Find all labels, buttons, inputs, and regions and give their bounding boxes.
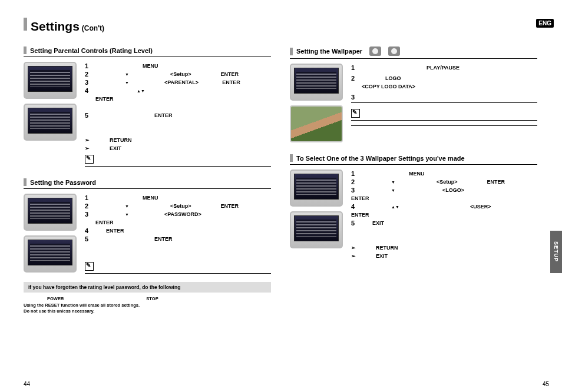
left-column: Setting Parental Controls (Rating Level)… [24, 44, 271, 315]
warning-box: If you have forgotten the rating level p… [24, 282, 271, 293]
note-icon [351, 109, 360, 118]
arrow-right-icon [85, 137, 92, 143]
tv-screenshot [290, 64, 343, 101]
tv-photo [290, 105, 343, 142]
arrow-right-icon [351, 253, 358, 259]
down-arrow-icon [391, 179, 395, 185]
down-arrow-icon [125, 211, 129, 217]
tv-screenshot [290, 170, 343, 207]
down-arrow-icon [125, 203, 129, 209]
up-arrow-icon [137, 88, 141, 94]
page: ENG SETUP Settings (Con't) Setting Paren… [0, 0, 562, 392]
page-number-left: 44 [24, 381, 30, 387]
disc-icon [388, 46, 400, 56]
page-number-right: 45 [543, 381, 549, 387]
down-arrow-icon [125, 71, 129, 77]
note-icon [85, 262, 94, 271]
arrow-right-icon [351, 245, 358, 251]
page-title: Settings (Con't) [24, 18, 548, 34]
side-tab-setup: SETUP [550, 231, 562, 273]
arrow-right-icon [85, 145, 92, 151]
down-arrow-icon [395, 204, 399, 210]
section-title-wallpaper: Setting the Wallpaper [296, 48, 362, 55]
tv-screenshot [24, 62, 77, 99]
down-arrow-icon [125, 79, 129, 85]
note-icon [85, 155, 94, 164]
tv-screenshot [24, 104, 77, 141]
tv-screenshot [24, 194, 77, 231]
down-arrow-icon [141, 88, 145, 94]
language-badge: ENG [536, 19, 554, 28]
up-arrow-icon [391, 204, 395, 210]
right-column: Setting the Wallpaper 1PLAY/PAUSE 2LOGO … [290, 44, 537, 315]
disc-icon [369, 46, 381, 56]
section-title-password: Setting the Password [30, 179, 96, 186]
tv-screenshot [24, 235, 77, 273]
tv-screenshot [290, 211, 343, 248]
section-title-select-wallpaper: To Select One of the 3 Wallpaper Setting… [296, 155, 465, 162]
down-arrow-icon [391, 187, 395, 193]
section-title-parental: Setting Parental Controls (Rating Level) [30, 47, 153, 54]
